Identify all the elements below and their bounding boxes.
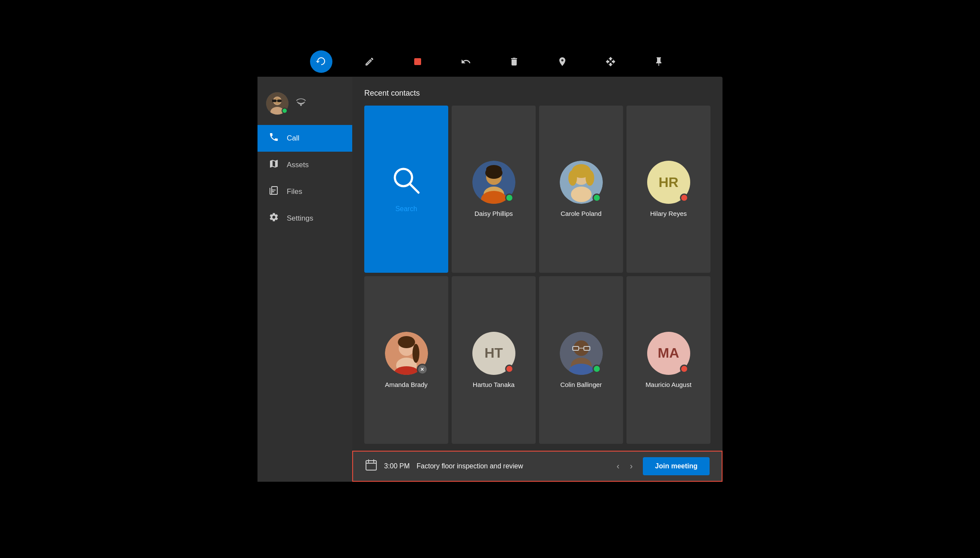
- toolbar-pen-btn[interactable]: [358, 50, 381, 73]
- amanda-name: Amanda Brady: [385, 381, 428, 388]
- sidebar: Call Assets Files: [257, 77, 352, 482]
- svg-point-21: [568, 170, 577, 186]
- hilary-status: [680, 193, 688, 202]
- content-area: Recent contacts Search: [352, 77, 723, 482]
- join-meeting-button[interactable]: Join meeting: [643, 457, 710, 475]
- contact-card-colin[interactable]: Colin Ballinger: [539, 276, 623, 444]
- sidebar-item-call[interactable]: Call: [257, 125, 352, 152]
- main-layout: Call Assets Files: [257, 77, 723, 482]
- calendar-icon: [365, 459, 377, 474]
- carole-name: Carole Poland: [561, 210, 602, 217]
- contact-card-search[interactable]: Search: [364, 106, 448, 273]
- files-icon: [268, 185, 280, 198]
- sidebar-assets-label: Assets: [287, 161, 309, 169]
- search-icon-large: [391, 165, 422, 199]
- svg-rect-0: [414, 58, 421, 65]
- sidebar-call-label: Call: [287, 134, 299, 143]
- meeting-bar: 3:00 PM Factory floor inspection and rev…: [352, 451, 723, 482]
- hartuo-name: Hartuo Tanaka: [473, 381, 515, 388]
- wifi-icon: [295, 97, 307, 110]
- hilary-name: Hilary Reyes: [650, 210, 687, 217]
- carole-status: [592, 193, 601, 202]
- meeting-next-btn[interactable]: ›: [626, 459, 636, 473]
- contact-card-carole[interactable]: Carole Poland: [539, 106, 623, 273]
- colin-name: Colin Ballinger: [560, 381, 602, 388]
- sidebar-profile: [257, 85, 352, 125]
- svg-rect-36: [366, 461, 376, 470]
- svg-point-19: [571, 187, 592, 202]
- assets-icon: [268, 159, 280, 171]
- mauricio-name: Mauricio August: [645, 381, 692, 388]
- amanda-cancel: ×: [417, 364, 428, 375]
- svg-point-15: [486, 165, 502, 174]
- toolbar-trash-btn[interactable]: [503, 50, 525, 73]
- daisy-status: [505, 193, 514, 202]
- svg-line-10: [410, 184, 419, 193]
- settings-icon: [268, 212, 280, 225]
- contact-card-mauricio[interactable]: MA Mauricio August: [626, 276, 710, 444]
- toolbar-pin-btn[interactable]: [648, 50, 670, 73]
- meeting-title: Factory floor inspection and review: [417, 462, 606, 470]
- search-label: Search: [395, 205, 417, 213]
- sidebar-item-assets[interactable]: Assets: [257, 152, 352, 178]
- svg-point-27: [412, 344, 419, 363]
- mauricio-status: [680, 365, 688, 373]
- section-title: Recent contacts: [364, 89, 710, 98]
- contact-card-daisy[interactable]: Daisy Phillips: [452, 106, 536, 273]
- daisy-name: Daisy Phillips: [474, 210, 513, 217]
- toolbar-location-btn[interactable]: [551, 50, 574, 73]
- meeting-nav: ‹ ›: [613, 459, 636, 473]
- app-container: Call Assets Files: [257, 77, 723, 482]
- svg-point-22: [586, 170, 594, 186]
- sidebar-item-settings[interactable]: Settings: [257, 205, 352, 232]
- toolbar-move-btn[interactable]: [599, 50, 622, 73]
- toolbar-stop-btn[interactable]: [406, 50, 429, 73]
- svg-rect-7: [277, 100, 282, 102]
- hartuo-status: [505, 365, 514, 373]
- svg-point-26: [398, 336, 415, 348]
- user-status-dot: [282, 108, 288, 114]
- contact-card-amanda[interactable]: × Amanda Brady: [364, 276, 448, 444]
- sidebar-files-label: Files: [287, 187, 302, 196]
- svg-point-1: [561, 59, 563, 61]
- contacts-grid: Search: [364, 106, 710, 444]
- contact-card-hilary[interactable]: HR Hilary Reyes: [626, 106, 710, 273]
- call-icon: [268, 132, 280, 145]
- toolbar-undo-btn[interactable]: [455, 50, 477, 73]
- contact-card-hartuo[interactable]: HT Hartuo Tanaka: [452, 276, 536, 444]
- sidebar-item-files[interactable]: Files: [257, 178, 352, 205]
- colin-status: [592, 365, 601, 373]
- meeting-prev-btn[interactable]: ‹: [613, 459, 623, 473]
- user-avatar: [266, 92, 288, 115]
- meeting-time: 3:00 PM: [384, 462, 410, 470]
- toolbar: [257, 47, 723, 77]
- sidebar-settings-label: Settings: [287, 214, 313, 223]
- toolbar-back-btn[interactable]: [310, 50, 332, 73]
- svg-rect-6: [272, 100, 276, 102]
